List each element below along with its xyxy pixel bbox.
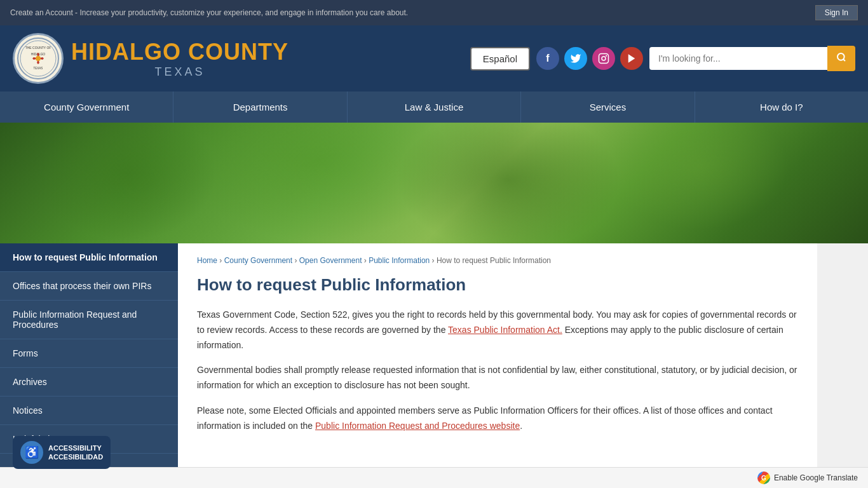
accessibility-icon: ♿ [20,441,43,464]
top-bar: Create an Account - Increase your produc… [0,0,868,25]
breadcrumb-sep2: › [294,256,299,265]
search-bar [649,46,855,71]
svg-line-15 [843,59,845,61]
nav-services[interactable]: Services [521,92,695,123]
nav-how-do-i[interactable]: How do I? [695,92,868,123]
svg-point-14 [837,53,844,60]
create-account-link[interactable]: Create an Account [10,8,73,17]
youtube-icon[interactable] [620,47,643,70]
espanol-button[interactable]: Español [470,47,530,71]
breadcrumb-sep4: › [432,256,437,265]
paragraph3-end: . [520,421,522,431]
svg-text:THE COUNTY OF: THE COUNTY OF [25,46,51,50]
instagram-icon[interactable] [592,47,615,70]
hero-image [0,123,868,243]
county-seal: THE COUNTY OF HIDALGO TEXAS [13,33,64,84]
search-input[interactable] [649,47,827,70]
accessibility-text: ACCESSIBILITY ACCESIBILIDAD [48,444,103,462]
breadcrumb: Home › County Government › Open Governme… [197,256,798,265]
bottom-bar: G Enable Google Translate [0,467,868,488]
sidebar-item-how-to-request[interactable]: How to request Public Information [0,243,178,272]
top-bar-message: Create an Account - Increase your produc… [10,8,408,17]
logo-text: HIDALGO COUNTY TEXAS [71,39,288,79]
breadcrumb-public-information[interactable]: Public Information [369,256,430,265]
sign-in-button[interactable]: Sign In [815,5,858,20]
nav-county-government[interactable]: County Government [0,92,173,123]
main-nav: County Government Departments Law & Just… [0,92,868,123]
accessibility-label2: ACCESIBILIDAD [48,452,103,461]
svg-point-12 [606,55,607,57]
pir-website-link[interactable]: Public Information Request and Procedure… [315,421,520,431]
nav-law-justice[interactable]: Law & Justice [348,92,521,123]
nav-departments[interactable]: Departments [173,92,347,123]
county-name: HIDALGO COUNTY [71,39,288,65]
sidebar-item-notices[interactable]: Notices [0,396,178,425]
sidebar-item-forms[interactable]: Forms [0,339,178,368]
search-button[interactable] [827,46,855,71]
content-paragraph1: Texas Government Code, Section 522, give… [197,308,798,353]
facebook-icon[interactable]: f [536,47,559,70]
svg-point-11 [602,57,606,60]
svg-rect-10 [599,54,609,64]
sidebar-item-archives[interactable]: Archives [0,368,178,396]
header: THE COUNTY OF HIDALGO TEXAS HIDALGO COUN… [0,25,868,92]
breadcrumb-sep1: › [219,256,224,265]
breadcrumb-open-government[interactable]: Open Government [299,256,362,265]
tpia-link[interactable]: Texas Public Information Act. [448,325,562,335]
content-area: How to request Public Information Office… [0,243,868,488]
sidebar-item-offices[interactable]: Offices that process their own PIRs [0,272,178,301]
social-icons: f [536,47,643,70]
header-right: Español f [470,46,855,71]
svg-marker-13 [628,54,635,63]
breadcrumb-county-government[interactable]: County Government [224,256,292,265]
top-bar-text: - Increase your productivity, customize … [75,8,408,17]
state-name: TEXAS [71,65,288,79]
google-translate-label: Enable Google Translate [774,473,858,482]
accessibility-widget[interactable]: ♿ ACCESSIBILITY ACCESIBILIDAD [13,436,111,469]
google-icon: G [757,471,770,484]
content-paragraph2: Governmental bodies shall promptly relea… [197,363,798,393]
google-translate-button[interactable]: G Enable Google Translate [757,471,858,484]
right-panel [817,243,868,488]
twitter-icon[interactable] [564,47,587,70]
accessibility-label1: ACCESSIBILITY [48,444,103,452]
svg-point-8 [36,56,41,61]
sidebar-item-pir[interactable]: Public Information Request and Procedure… [0,301,178,339]
svg-text:TEXAS: TEXAS [34,67,43,70]
logo-area: THE COUNTY OF HIDALGO TEXAS HIDALGO COUN… [13,33,288,84]
breadcrumb-home[interactable]: Home [197,256,217,265]
page-title: How to request Public Information [197,275,798,295]
main-content: Home › County Government › Open Governme… [178,243,817,488]
content-paragraph3: Please note, some Elected Officials and … [197,403,798,434]
breadcrumb-current: How to request Public Information [437,256,551,265]
